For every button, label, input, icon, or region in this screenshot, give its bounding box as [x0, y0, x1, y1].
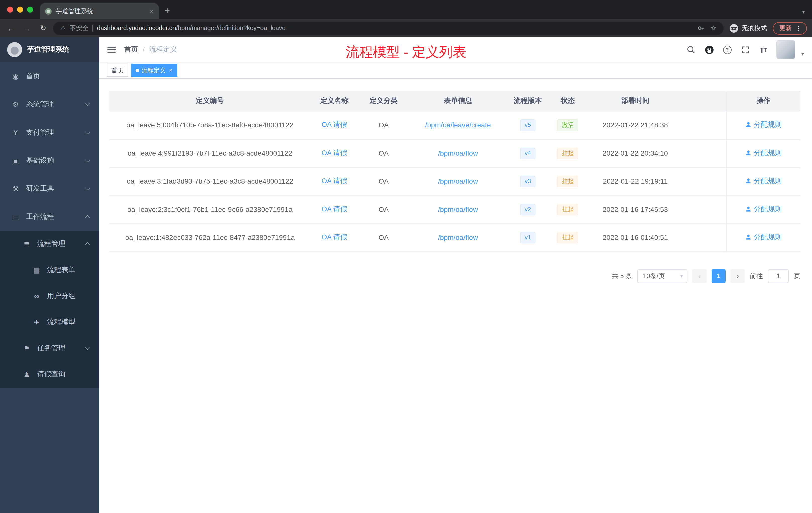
- cell-deploy-time: 2022-01-16 01:40:51: [587, 223, 683, 251]
- back-button[interactable]: [5, 24, 17, 32]
- cell-category: OA: [358, 195, 409, 223]
- sidebar-item-system-mgmt[interactable]: ⚙ 系统管理: [0, 90, 99, 118]
- chevron-down-icon: [85, 185, 90, 190]
- bookmark-star-icon[interactable]: [710, 24, 717, 32]
- sidebar-item-label: 首页: [26, 72, 40, 81]
- definition-name-link[interactable]: OA 请假: [322, 149, 348, 157]
- column-header-spacer: [683, 91, 726, 111]
- prev-page-button[interactable]: [693, 269, 706, 283]
- sidebar-item-dev-tools[interactable]: ⚒ 研发工具: [0, 175, 99, 203]
- new-tab-button[interactable]: [165, 5, 170, 16]
- browser-menu-kebab-icon[interactable]: [795, 24, 802, 32]
- goto-page-input[interactable]: [768, 269, 789, 283]
- status-badge: 挂起: [557, 175, 579, 187]
- assign-rule-link[interactable]: 分配规则: [745, 205, 782, 214]
- page-size-value: 10条/页: [643, 271, 665, 280]
- list-icon: ≣: [22, 240, 31, 248]
- tag-home[interactable]: 首页: [107, 64, 128, 77]
- definition-name-link[interactable]: OA 请假: [322, 233, 348, 241]
- pagination: 共 5 条 10条/页 1 前往 页: [110, 269, 801, 283]
- assign-rule-link[interactable]: 分配规则: [745, 149, 782, 158]
- sidebar: 芋道管理系统 ◉ 首页 ⚙ 系统管理 ¥ 支付管理 ▣: [0, 37, 99, 513]
- sidebar-item-label: 请假查询: [37, 370, 65, 379]
- form-link[interactable]: /bpm/oa/leave/create: [425, 121, 491, 129]
- chrome-update-button[interactable]: 更新: [773, 22, 807, 34]
- user-icon: ♟: [22, 370, 31, 379]
- sidebar-logo[interactable]: 芋道管理系统: [0, 37, 99, 62]
- browser-tab[interactable]: 芋道管理系统: [40, 3, 159, 19]
- cell-definition-id: oa_leave:1:482ec033-762a-11ec-8477-a2380…: [110, 223, 310, 251]
- flag-icon: ⚑: [22, 344, 31, 352]
- sidebar-item-label: 流程管理: [37, 239, 65, 248]
- dashboard-icon: ◉: [11, 72, 20, 80]
- form-link[interactable]: /bpm/oa/flow: [438, 233, 478, 241]
- password-key-icon[interactable]: [696, 23, 706, 33]
- assign-rule-link[interactable]: 分配规则: [745, 177, 782, 186]
- user-avatar[interactable]: [776, 40, 795, 59]
- sidebar-item-process-form[interactable]: ▤ 流程表单: [0, 257, 99, 283]
- next-page-button[interactable]: [731, 269, 745, 283]
- column-header-name: 定义名称: [310, 91, 358, 111]
- tag-close-icon[interactable]: [169, 67, 173, 74]
- tag-process-definition[interactable]: 流程定义: [131, 64, 177, 77]
- minimize-window-button[interactable]: [17, 6, 23, 12]
- page-content: 定义编号 定义名称 定义分类 表单信息 流程版本 状态 部署时间 操作: [99, 79, 812, 513]
- sidebar-item-home[interactable]: ◉ 首页: [0, 62, 99, 90]
- sidebar-item-user-group[interactable]: ∞ 用户分组: [0, 283, 99, 309]
- sidebar-item-payment-mgmt[interactable]: ¥ 支付管理: [0, 118, 99, 147]
- definition-name-link[interactable]: OA 请假: [322, 177, 348, 185]
- close-window-button[interactable]: [7, 6, 13, 12]
- column-header-form: 表单信息: [409, 91, 507, 111]
- sidebar-item-process-mgmt[interactable]: ≣ 流程管理: [0, 231, 99, 257]
- cell-deploy-time: 2022-01-22 21:48:38: [587, 111, 683, 139]
- main-area: 首页 流程定义: [99, 37, 812, 513]
- sidebar-collapse-icon[interactable]: [99, 45, 124, 54]
- pagination-total: 共 5 条: [612, 271, 632, 280]
- status-badge: 挂起: [557, 147, 579, 159]
- chevron-down-icon: [680, 273, 683, 279]
- form-link[interactable]: /bpm/oa/flow: [438, 177, 478, 185]
- sidebar-item-label: 用户分组: [47, 292, 75, 301]
- help-question-icon[interactable]: [722, 45, 732, 55]
- user-icon: [745, 206, 752, 213]
- chevron-up-icon: [85, 242, 90, 247]
- form-link[interactable]: /bpm/oa/flow: [438, 205, 478, 213]
- gear-icon: ⚙: [11, 100, 20, 109]
- tab-close-icon[interactable]: [150, 7, 154, 15]
- search-icon[interactable]: [686, 45, 696, 55]
- breadcrumb-home[interactable]: 首页: [124, 45, 138, 54]
- browser-tab-strip: 芋道管理系统: [0, 0, 812, 19]
- definition-name-link[interactable]: OA 请假: [322, 120, 348, 128]
- tab-search-chevron-icon[interactable]: [802, 8, 812, 15]
- sidebar-item-leave-query[interactable]: ♟ 请假查询: [0, 361, 99, 388]
- column-header-action: 操作: [726, 91, 801, 111]
- form-link[interactable]: /bpm/oa/flow: [438, 149, 478, 157]
- assign-rule-link[interactable]: 分配规则: [745, 233, 782, 242]
- url-text[interactable]: dashboard.yudao.iocoder.cn/bpm/manager/d…: [97, 25, 286, 32]
- page-number-button[interactable]: 1: [712, 269, 726, 283]
- sidebar-item-process-model[interactable]: ✈ 流程模型: [0, 309, 99, 335]
- user-icon: [745, 178, 752, 184]
- github-icon[interactable]: [704, 45, 714, 55]
- reload-button[interactable]: [37, 24, 49, 33]
- font-size-icon[interactable]: [758, 45, 768, 55]
- security-label[interactable]: 不安全: [70, 24, 89, 32]
- avatar-caret-down-icon[interactable]: [801, 52, 805, 57]
- sidebar-item-task-mgmt[interactable]: ⚑ 任务管理: [0, 335, 99, 361]
- page-size-select[interactable]: 10条/页: [637, 269, 688, 283]
- status-badge: 挂起: [557, 232, 579, 243]
- logo-title: 芋道管理系统: [27, 45, 69, 54]
- url-path: /bpm/manager/definition?key=oa_leave: [176, 25, 286, 32]
- sidebar-item-infrastructure[interactable]: ▣ 基础设施: [0, 147, 99, 175]
- address-bar[interactable]: 不安全 dashboard.yudao.iocoder.cn/bpm/manag…: [53, 21, 724, 35]
- assign-rule-link[interactable]: 分配规则: [745, 120, 782, 129]
- sidebar-item-workflow[interactable]: ▦ 工作流程: [0, 203, 99, 231]
- definition-name-link[interactable]: OA 请假: [322, 205, 348, 213]
- column-header-category: 定义分类: [358, 91, 409, 111]
- sidebar-item-label: 基础设施: [26, 156, 54, 165]
- chevron-up-icon: [85, 215, 90, 220]
- zoom-window-button[interactable]: [27, 6, 33, 12]
- fullscreen-icon[interactable]: [740, 45, 750, 55]
- url-divider: [93, 25, 93, 32]
- forward-button[interactable]: [21, 24, 33, 32]
